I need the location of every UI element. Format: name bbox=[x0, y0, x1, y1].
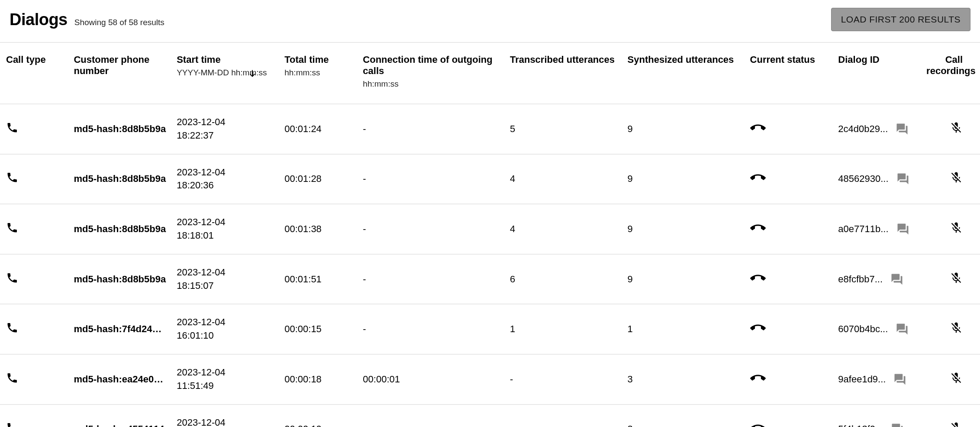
mic-off-icon[interactable] bbox=[950, 272, 963, 285]
cell-call-type bbox=[0, 104, 68, 154]
phone-icon bbox=[6, 222, 18, 234]
cell-start-time: 2023-12-0418:15:07 bbox=[171, 254, 279, 304]
cell-status bbox=[745, 204, 833, 254]
cell-call-type bbox=[0, 254, 68, 304]
dialog-id-value: 48562930... bbox=[838, 173, 888, 184]
cell-recordings bbox=[921, 104, 980, 154]
cell-dialog-id: 48562930... bbox=[833, 154, 921, 204]
mic-off-icon[interactable] bbox=[950, 421, 963, 427]
cell-synthesized: 9 bbox=[622, 154, 745, 204]
cell-call-type bbox=[0, 204, 68, 254]
col-header-connection-time[interactable]: Connection time of outgoing calls hh:mm:… bbox=[358, 43, 505, 104]
phone-icon bbox=[6, 372, 18, 384]
cell-total-time: 00:01:28 bbox=[279, 154, 358, 204]
chat-icon[interactable] bbox=[896, 172, 909, 185]
cell-synthesized: 1 bbox=[622, 304, 745, 354]
col-header-start-time-label: Start time bbox=[177, 54, 220, 65]
cell-recordings bbox=[921, 204, 980, 254]
col-header-connection-time-sub: hh:mm:ss bbox=[363, 79, 500, 89]
col-header-call-type[interactable]: Call type bbox=[0, 43, 68, 104]
table-row[interactable]: md5-hash:8d8b5b9a 2023-12-0418:20:36 00:… bbox=[0, 154, 980, 204]
col-header-recordings[interactable]: Call recordings bbox=[921, 43, 980, 104]
phone-icon bbox=[6, 171, 18, 184]
cell-phone: md5-hash:ea24e01c3 bbox=[68, 354, 171, 404]
phone-value: md5-hash:8d8b5b9a bbox=[74, 173, 166, 184]
mic-off-icon[interactable] bbox=[950, 372, 963, 385]
dialog-id-value: e8fcfbb7... bbox=[838, 274, 883, 285]
chat-icon[interactable] bbox=[896, 223, 909, 236]
call-ended-icon bbox=[750, 420, 766, 427]
phone-icon bbox=[6, 422, 18, 427]
cell-call-type bbox=[0, 404, 68, 427]
cell-start-time: 2023-12-0408:11:02 bbox=[171, 404, 279, 427]
chat-icon[interactable] bbox=[896, 123, 909, 136]
cell-total-time: 00:01:24 bbox=[279, 104, 358, 154]
col-header-start-time[interactable]: Start time YYYY-MM-DD hh:mm:ss bbox=[171, 43, 279, 104]
cell-start-time: 2023-12-0416:01:10 bbox=[171, 304, 279, 354]
mic-off-icon[interactable] bbox=[950, 321, 963, 334]
cell-phone: md5-hash:e4554114 bbox=[68, 404, 171, 427]
cell-transcribed: 6 bbox=[505, 254, 622, 304]
col-header-synthesized[interactable]: Synthesized utterances bbox=[622, 43, 745, 104]
cell-start-time: 2023-12-0418:20:36 bbox=[171, 154, 279, 204]
cell-status bbox=[745, 304, 833, 354]
cell-phone: md5-hash:8d8b5b9a bbox=[68, 104, 171, 154]
phone-value: md5-hash:7f4d2469a bbox=[74, 323, 166, 335]
col-header-phone[interactable]: Customer phone number bbox=[68, 43, 171, 104]
dialog-id-value: a0e7711b... bbox=[838, 223, 888, 235]
cell-recordings bbox=[921, 404, 980, 427]
cell-synthesized: 9 bbox=[622, 204, 745, 254]
cell-transcribed: - bbox=[505, 354, 622, 404]
cell-transcribed: 4 bbox=[505, 204, 622, 254]
call-ended-icon bbox=[750, 220, 766, 236]
col-header-connection-time-label: Connection time of outgoing calls bbox=[363, 54, 492, 76]
load-first-results-button[interactable]: LOAD FIRST 200 RESULTS bbox=[831, 8, 970, 31]
page-header: Dialogs Showing 58 of 58 results LOAD FI… bbox=[0, 0, 980, 43]
dialog-id-value: 2c4d0b29... bbox=[838, 123, 888, 135]
cell-phone: md5-hash:8d8b5b9a bbox=[68, 204, 171, 254]
call-ended-icon bbox=[750, 270, 766, 286]
table-row[interactable]: md5-hash:7f4d2469a 2023-12-0416:01:10 00… bbox=[0, 304, 980, 354]
mic-off-icon[interactable] bbox=[950, 221, 963, 234]
col-header-dialog-id[interactable]: Dialog ID bbox=[833, 43, 921, 104]
cell-dialog-id: 9afee1d9... bbox=[833, 354, 921, 404]
chat-icon[interactable] bbox=[893, 373, 906, 386]
mic-off-icon[interactable] bbox=[950, 171, 963, 184]
header-left: Dialogs Showing 58 of 58 results bbox=[10, 10, 164, 29]
phone-value: md5-hash:8d8b5b9a bbox=[74, 274, 166, 285]
cell-dialog-id: e8fcfbb7... bbox=[833, 254, 921, 304]
cell-transcribed: 1 bbox=[505, 304, 622, 354]
sort-descending-icon bbox=[247, 68, 258, 78]
chat-icon[interactable] bbox=[891, 423, 904, 427]
cell-total-time: 00:01:38 bbox=[279, 204, 358, 254]
col-header-transcribed[interactable]: Transcribed utterances bbox=[505, 43, 622, 104]
phone-value: md5-hash:8d8b5b9a bbox=[74, 223, 166, 235]
table-row[interactable]: md5-hash:8d8b5b9a 2023-12-0418:18:01 00:… bbox=[0, 204, 980, 254]
chat-icon[interactable] bbox=[896, 323, 909, 336]
cell-status bbox=[745, 154, 833, 204]
call-ended-icon bbox=[750, 370, 766, 386]
table-row[interactable]: md5-hash:ea24e01c3 2023-12-0411:51:49 00… bbox=[0, 354, 980, 404]
dialog-id-value: 6070b4bc... bbox=[838, 323, 888, 335]
cell-synthesized: 9 bbox=[622, 254, 745, 304]
dialogs-table: Call type Customer phone number Start ti… bbox=[0, 43, 980, 427]
chat-icon[interactable] bbox=[890, 273, 903, 286]
cell-status bbox=[745, 354, 833, 404]
cell-recordings bbox=[921, 154, 980, 204]
table-row[interactable]: md5-hash:e4554114 2023-12-0408:11:02 00:… bbox=[0, 404, 980, 427]
cell-connection-time: - bbox=[358, 404, 505, 427]
mic-off-icon[interactable] bbox=[950, 121, 963, 134]
cell-dialog-id: a0e7711b... bbox=[833, 204, 921, 254]
cell-connection-time: - bbox=[358, 304, 505, 354]
cell-connection-time: 00:00:01 bbox=[358, 354, 505, 404]
cell-recordings bbox=[921, 254, 980, 304]
phone-icon bbox=[6, 322, 18, 334]
col-header-status[interactable]: Current status bbox=[745, 43, 833, 104]
col-header-total-time[interactable]: Total time hh:mm:ss bbox=[279, 43, 358, 104]
phone-value: md5-hash:8d8b5b9a bbox=[74, 123, 166, 135]
cell-status bbox=[745, 404, 833, 427]
table-row[interactable]: md5-hash:8d8b5b9a 2023-12-0418:15:07 00:… bbox=[0, 254, 980, 304]
cell-total-time: 00:00:18 bbox=[279, 354, 358, 404]
cell-phone: md5-hash:8d8b5b9a bbox=[68, 254, 171, 304]
table-row[interactable]: md5-hash:8d8b5b9a 2023-12-0418:22:37 00:… bbox=[0, 104, 980, 154]
